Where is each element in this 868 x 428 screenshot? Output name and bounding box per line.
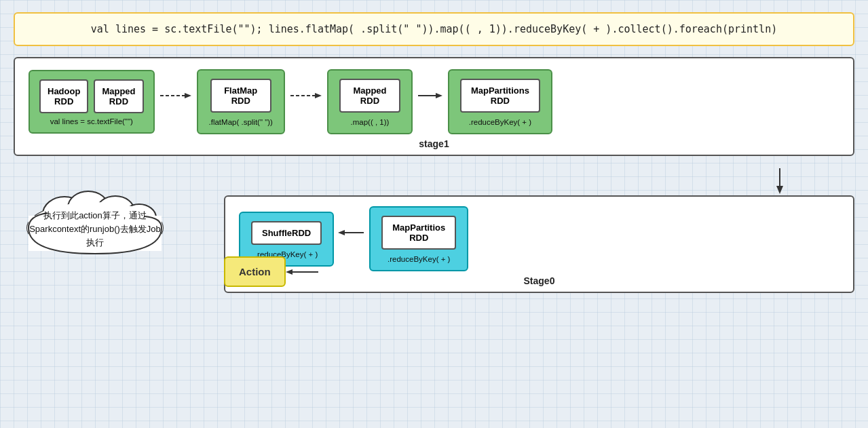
svg-marker-1: [185, 93, 191, 98]
svg-marker-16: [338, 230, 345, 235]
flatmap-code: .flatMap( .split(" ")): [209, 118, 273, 126]
arrow1: [155, 89, 197, 102]
code-text: val lines = sc.textFile(""); lines.flatM…: [91, 23, 777, 35]
right-bottom: ShuffleRDD .reduceByKey( + ) MapPartitio…: [183, 167, 854, 300]
svg-marker-3: [315, 93, 322, 98]
vertical-arrow-icon: [773, 167, 787, 194]
vertical-arrow-area: [183, 167, 854, 194]
stage1-label: stage1: [29, 138, 839, 149]
mapped-rdd-box1: MappedRDD: [94, 79, 143, 113]
mapped-rdd2: MappedRDD .map(( , 1)): [327, 69, 413, 134]
shuffle-rdd-box: ShuffleRDD: [251, 221, 322, 245]
arrow2: [285, 89, 327, 102]
dashed-arrow1-icon: [159, 89, 193, 102]
stage0-arrow-icon: [338, 226, 365, 239]
stage0-arrow: [334, 226, 369, 239]
cloud-container: 执行到此action算子，通过 Sparkcontext的runjob()去触发…: [14, 174, 176, 258]
left-bottom: 执行到此action算子，通过 Sparkcontext的runjob()去触发…: [14, 174, 176, 258]
stage1-content: HadoopRDD MappedRDD val lines = sc.textF…: [29, 69, 839, 134]
svg-marker-14: [776, 186, 783, 194]
mappartitions-code: .reduceByKey( + ): [469, 118, 531, 126]
dashed-arrow2-icon: [289, 89, 323, 102]
stage1-box: HadoopRDD MappedRDD val lines = sc.textF…: [14, 57, 854, 156]
cloud-text: 执行到此action算子，通过 Sparkcontext的runjob()去触发…: [27, 209, 163, 250]
mappartitions-rdd: MapPartitionsRDD .reduceByKey( + ): [448, 69, 552, 134]
action-row: Action: [224, 256, 854, 287]
mappartitions-rdd-box: MapPartitionsRDD: [460, 79, 540, 113]
action-box: Action: [224, 256, 286, 287]
solid-arrow1-icon: [417, 89, 444, 102]
flatmap-rdd-box: FlatMapRDD: [210, 79, 271, 113]
main-container: val lines = sc.textFile(""); lines.flatM…: [0, 0, 868, 313]
bottom-area: 执行到此action算子，通过 Sparkcontext的runjob()去触发…: [14, 167, 854, 300]
svg-marker-18: [286, 269, 293, 275]
mapped-code: .map(( , 1)): [351, 118, 390, 126]
group1-code: val lines = sc.textFile(""): [50, 117, 133, 125]
code-banner: val lines = sc.textFile(""); lines.flatM…: [14, 12, 854, 46]
action-label: Action: [239, 266, 271, 277]
hadoop-rdd-box: HadoopRDD: [39, 79, 88, 113]
rdd-group1-inner: HadoopRDD MappedRDD: [39, 79, 144, 113]
rdd-group1: HadoopRDD MappedRDD val lines = sc.textF…: [29, 70, 155, 134]
mapped-rdd2-box: MappedRDD: [339, 79, 400, 113]
flatmap-rdd: FlatMapRDD .flatMap( .split(" ")): [197, 69, 285, 134]
action-arrow-icon: [286, 265, 320, 279]
arrow3: [413, 89, 448, 102]
svg-marker-5: [436, 93, 442, 98]
mappartitios-rdd-box: MapPartitiosRDD: [381, 216, 456, 250]
